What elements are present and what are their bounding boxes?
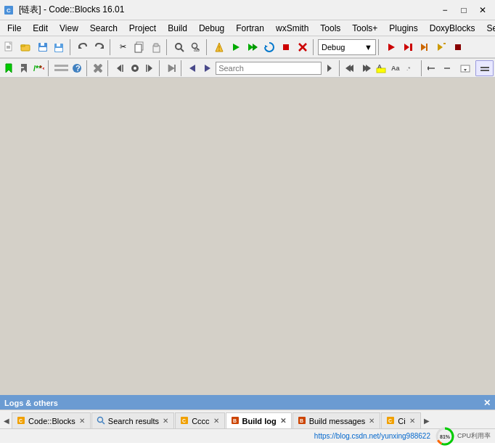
copy-button[interactable] [131, 39, 147, 55]
cpu-indicator: 81% CPU利用率 [435, 426, 491, 447]
cursor-right-button[interactable] [441, 60, 455, 76]
comment-button[interactable]: /***< [32, 60, 46, 76]
tab-bar: ◀ C Code::Blocks ✕ Search results ✕ C Cc… [0, 410, 495, 428]
svg-text:Aa: Aa [391, 65, 400, 72]
close-button[interactable]: ✕ [473, 3, 492, 17]
menu-wxsmith[interactable]: wxSmith [270, 22, 314, 35]
tab-codeblocks-close[interactable]: ✕ [78, 417, 86, 425]
abort-button[interactable] [295, 39, 311, 55]
svg-text:*<: *< [39, 64, 44, 73]
tab-build-messages-close[interactable]: ✕ [368, 417, 375, 425]
svg-marker-66 [345, 65, 351, 72]
maximize-button[interactable]: □ [454, 3, 473, 17]
svg-marker-60 [168, 65, 174, 72]
match-case-button[interactable]: Aa [389, 60, 404, 76]
cut-button[interactable]: ✂ [115, 39, 131, 55]
menu-doxyblocks[interactable]: DoxyBlocks [424, 22, 481, 35]
tab-cccc-close[interactable]: ✕ [213, 417, 220, 425]
menu-fortran[interactable]: Fortran [230, 22, 270, 35]
jump-back-button[interactable] [112, 60, 127, 76]
redo-button[interactable] [91, 39, 107, 55]
tab-cccc[interactable]: C Cccc ✕ [175, 412, 224, 428]
search-next-button[interactable] [359, 60, 373, 76]
tab-search-results[interactable]: Search results ✕ [91, 412, 174, 428]
svg-rect-13 [55, 48, 62, 52]
rebuild-button[interactable] [261, 39, 277, 55]
svg-rect-61 [174, 65, 176, 72]
search-input[interactable] [216, 62, 322, 75]
separator-2 [110, 39, 112, 55]
status-area: https://blog.csdn.net/yunxing988622 81% … [0, 428, 495, 443]
bottom-panel-close-button[interactable]: ✕ [483, 398, 491, 408]
minimize-button[interactable]: − [435, 3, 454, 17]
build-run-button[interactable] [245, 39, 261, 55]
svg-marker-35 [388, 44, 395, 51]
jump-forward-button[interactable] [143, 60, 158, 76]
menu-debug[interactable]: Debug [193, 22, 230, 35]
tab-scroll-right[interactable]: ▶ [422, 412, 432, 428]
open-button[interactable] [18, 39, 34, 55]
menu-project[interactable]: Project [123, 22, 162, 35]
tab-build-log-close[interactable]: ✕ [279, 417, 287, 425]
window-controls: − □ ✕ [435, 3, 492, 17]
build-button[interactable] [211, 39, 227, 55]
menu-toolsplus[interactable]: Tools+ [346, 22, 383, 35]
paste-button[interactable] [148, 39, 164, 55]
tab-build-messages[interactable]: B Build messages ✕ [292, 412, 381, 428]
undo-button[interactable] [75, 39, 91, 55]
editor-area [0, 78, 495, 395]
svg-marker-74 [428, 66, 429, 70]
regex-button[interactable]: .* [404, 60, 419, 76]
separator-t2-7 [421, 60, 424, 76]
cursor-left-button[interactable] [425, 60, 440, 76]
svg-text:B: B [300, 418, 303, 423]
search-go-button[interactable] [322, 60, 337, 76]
tab-build-log[interactable]: B Build log ✕ [226, 412, 292, 428]
wrench-button[interactable] [91, 60, 106, 76]
new-button[interactable] [1, 39, 17, 55]
separator-t2-5 [181, 60, 184, 76]
svg-marker-54 [117, 65, 121, 72]
menu-edit[interactable]: Edit [27, 22, 54, 35]
menu-settings[interactable]: Settings [480, 22, 495, 35]
debug-run-button[interactable] [383, 39, 399, 55]
bottom-panel: Logs & others ✕ ◀ C Code::Blocks ✕ Searc… [0, 395, 495, 448]
tab-codeblocks-icon: C [17, 416, 25, 426]
help-button[interactable]: ? [70, 60, 84, 76]
prev-bookmark-button[interactable] [17, 60, 31, 76]
tab-scroll-left[interactable]: ◀ [1, 412, 12, 428]
save-button[interactable] [35, 39, 51, 55]
run-button[interactable] [228, 39, 244, 55]
debug-step-out-button[interactable] [433, 39, 449, 55]
show-toolbar-button[interactable] [53, 60, 69, 76]
search-nav-right[interactable] [200, 60, 215, 76]
menu-search[interactable]: Search [84, 22, 123, 35]
debug-stop-button[interactable] [450, 39, 466, 55]
debug-step-button[interactable] [400, 39, 416, 55]
debug-next-button[interactable] [417, 39, 433, 55]
menu-file[interactable]: File [1, 22, 27, 35]
tab-search-close[interactable]: ✕ [162, 417, 169, 425]
toolbar2-select-button[interactable] [457, 60, 475, 76]
jump-anchor-button[interactable] [128, 60, 142, 76]
menu-plugins[interactable]: Plugins [383, 22, 423, 35]
search-nav-left[interactable] [186, 60, 200, 76]
menu-tools[interactable]: Tools [314, 22, 346, 35]
menu-build[interactable]: Build [162, 22, 193, 35]
stop-button[interactable] [278, 39, 294, 55]
menu-view[interactable]: View [54, 22, 84, 35]
run-to-cursor-button[interactable] [164, 60, 179, 76]
bookmark-button[interactable] [1, 60, 16, 76]
search-prev-button[interactable] [344, 60, 359, 76]
tab-ci[interactable]: C Ci ✕ [381, 412, 420, 428]
tab-codeblocks[interactable]: C Code::Blocks ✕ [12, 412, 91, 428]
toolbar2-menu-button[interactable] [475, 60, 494, 76]
find-button[interactable] [171, 39, 187, 55]
find-replace-button[interactable]: ab [188, 39, 204, 55]
editor-content[interactable] [0, 78, 495, 395]
tab-ci-close[interactable]: ✕ [409, 417, 416, 425]
svg-marker-68 [366, 65, 371, 72]
highlight-button[interactable]: A [374, 60, 388, 76]
debug-mode-dropdown[interactable]: Debug ▼ [318, 39, 376, 55]
save-all-button[interactable] [52, 39, 68, 55]
